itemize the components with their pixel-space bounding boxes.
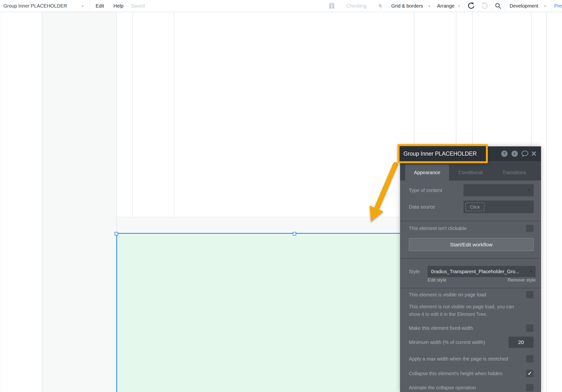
toolbar-separator bbox=[464, 0, 464, 12]
visibility-note-line2: show it to edit it in the Element Tree. bbox=[409, 311, 487, 317]
not-clickable-checkbox[interactable] bbox=[526, 225, 533, 232]
selection-handle-top-left[interactable] bbox=[115, 232, 118, 235]
canvas-gray-column[interactable] bbox=[42, 12, 116, 392]
not-clickable-label: This element isn't clickable bbox=[409, 226, 467, 231]
chevron-down-icon: ▼ bbox=[457, 0, 460, 12]
chevron-down-icon: ▼ bbox=[82, 0, 84, 12]
gift-icon[interactable] bbox=[328, 2, 335, 9]
menu-help[interactable]: Help bbox=[113, 0, 123, 12]
data-source-field[interactable]: Click bbox=[463, 201, 534, 213]
animate-collapse-checkbox[interactable] bbox=[526, 384, 533, 391]
top-toolbar: Group Inner PLACEHOLDER ▼ Edit Help Save… bbox=[0, 0, 562, 12]
visibility-note-line1: This element is not visible on page load… bbox=[409, 304, 514, 309]
remove-style-link[interactable]: Remove style bbox=[508, 277, 536, 283]
collapse-height-checkbox[interactable]: ✓ bbox=[526, 370, 533, 377]
toolbar-separator bbox=[505, 0, 505, 12]
comment-bubble-icon[interactable] bbox=[521, 151, 529, 157]
edit-style-link[interactable]: Edit style bbox=[428, 277, 446, 283]
type-of-content-label: Type of content bbox=[409, 187, 442, 193]
data-source-label: Data source bbox=[409, 204, 435, 210]
chevron-down-icon: ▼ bbox=[530, 266, 533, 277]
menu-edit[interactable]: Edit bbox=[96, 0, 104, 12]
data-source-click-chip[interactable]: Click bbox=[465, 202, 484, 211]
tab-conditional[interactable]: Conditional bbox=[452, 164, 489, 180]
chevron-down-icon: ▼ bbox=[544, 0, 546, 12]
checking-status: Checking bbox=[346, 0, 366, 12]
environment-dropdown[interactable]: Development bbox=[510, 0, 538, 12]
save-status: Saved bbox=[131, 0, 145, 12]
canvas-grid-line bbox=[42, 12, 42, 392]
search-icon[interactable] bbox=[495, 2, 502, 9]
close-icon[interactable]: × bbox=[531, 150, 536, 158]
visible-on-load-checkbox[interactable] bbox=[526, 291, 533, 298]
menu-grid-borders[interactable]: Grid & borders bbox=[391, 0, 423, 12]
property-editor-panel: ? i × Appearance Conditional Transitions… bbox=[400, 146, 541, 392]
canvas-grid-line bbox=[546, 12, 547, 392]
style-select-value: 0radius_Transparent_Placeholder_Gro... bbox=[428, 266, 528, 277]
max-width-label: Apply a max width when the page is stret… bbox=[409, 356, 508, 362]
fixed-width-label: Make this element fixed-width bbox=[409, 325, 473, 331]
toolbar-separator bbox=[551, 0, 551, 12]
toolbar-separator bbox=[90, 0, 90, 12]
preview-button[interactable]: Preview bbox=[554, 0, 562, 12]
menu-arrange[interactable]: Arrange bbox=[437, 0, 455, 12]
panel-title-highlight-box[interactable]: Group Inner PLACEHOLDER bbox=[398, 144, 488, 163]
bubble-editor-page: ? i × Appearance Conditional Transitions… bbox=[0, 0, 562, 392]
selection-handle-top-center[interactable] bbox=[293, 232, 296, 235]
canvas-grid-line bbox=[132, 12, 133, 217]
redo-icon[interactable] bbox=[480, 2, 489, 10]
fixed-width-checkbox[interactable] bbox=[526, 324, 533, 332]
panel-title: Group Inner PLACEHOLDER bbox=[399, 146, 486, 161]
start-edit-workflow-button[interactable]: Start/Edit workflow bbox=[409, 238, 534, 251]
visible-on-load-label: This element is visible on page load bbox=[409, 292, 486, 297]
chevron-down-icon: ▼ bbox=[528, 184, 531, 196]
canvas-section-divider bbox=[116, 217, 400, 217]
help-icon[interactable]: ? bbox=[501, 151, 508, 157]
selected-group-placeholder-element[interactable] bbox=[116, 233, 415, 392]
canvas-grid-line bbox=[174, 12, 175, 217]
panel-divider bbox=[400, 288, 541, 288]
min-width-input[interactable]: 20 bbox=[509, 337, 533, 348]
tab-transitions[interactable]: Transitions bbox=[496, 164, 532, 180]
min-width-label: Minimum width (% of current width) bbox=[409, 339, 485, 345]
style-select[interactable]: 0radius_Transparent_Placeholder_Gro... ▼ bbox=[428, 266, 536, 277]
canvas-grid-line bbox=[1, 12, 1, 392]
chevron-down-icon: ▼ bbox=[428, 0, 431, 12]
element-selector-dropdown[interactable]: Group Inner PLACEHOLDER ▼ bbox=[0, 0, 90, 12]
visibility-note: This element is not visible on page load… bbox=[409, 303, 514, 318]
type-of-content-select[interactable]: ▼ bbox=[463, 184, 534, 196]
element-selector-label: Group Inner PLACEHOLDER bbox=[3, 0, 67, 12]
max-width-checkbox[interactable] bbox=[526, 355, 533, 362]
info-icon[interactable]: i bbox=[512, 151, 518, 157]
panel-divider bbox=[400, 258, 541, 259]
animate-collapse-label: Animate the collapse operation bbox=[409, 385, 476, 391]
tab-appearance[interactable]: Appearance bbox=[405, 164, 449, 180]
cursor-tool-icon[interactable] bbox=[378, 3, 384, 9]
panel-divider bbox=[400, 221, 541, 221]
collapse-height-label: Collapse this element's height when hidd… bbox=[409, 370, 503, 376]
undo-icon[interactable] bbox=[467, 2, 475, 10]
style-label: Style bbox=[409, 269, 420, 274]
toolbar-separator bbox=[492, 0, 492, 12]
canvas-grid-line bbox=[116, 12, 117, 234]
